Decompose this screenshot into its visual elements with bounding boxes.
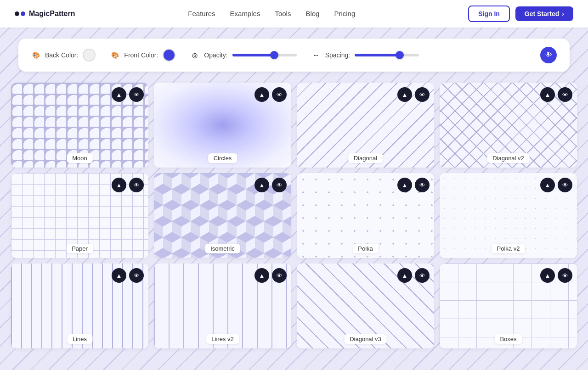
pattern-card-lines-v2[interactable]: ▲👁Lines v2 [154, 263, 291, 348]
eye-icon: 👁 [545, 51, 552, 59]
pattern-label-diagonal: Diagonal [348, 153, 383, 163]
code-icon: ▲ [545, 91, 551, 98]
arrow-icon: › [562, 10, 564, 17]
card-actions-diagonal-v2: ▲👁 [540, 87, 572, 102]
nav-links: Features Examples Tools Blog Pricing [188, 10, 355, 18]
card-actions-boxes: ▲👁 [540, 268, 572, 283]
eye-button[interactable]: 👁 [540, 47, 557, 63]
card-eye-btn-diagonal[interactable]: 👁 [415, 87, 430, 102]
card-code-btn-lines[interactable]: ▲ [112, 268, 126, 283]
pattern-card-paper[interactable]: ▲👁Paper [11, 173, 148, 258]
code-icon: ▲ [402, 91, 408, 98]
pattern-card-circles[interactable]: ▲👁Circles [154, 83, 291, 168]
card-eye-btn-isometric[interactable]: 👁 [272, 178, 287, 192]
back-color-swatch[interactable] [83, 49, 96, 62]
card-actions-lines: ▲👁 [112, 268, 144, 283]
code-icon: ▲ [116, 272, 122, 279]
eye-icon: 👁 [419, 91, 425, 98]
card-actions-moon: ▲👁 [112, 87, 144, 102]
card-actions-polka: ▲👁 [397, 178, 430, 192]
nav-pricing[interactable]: Pricing [334, 10, 355, 17]
pattern-label-polka: Polka [352, 244, 379, 253]
opacity-thumb[interactable] [270, 51, 278, 59]
card-actions-diagonal-v3: ▲👁 [397, 268, 430, 283]
card-eye-btn-polka[interactable]: 👁 [415, 178, 430, 192]
card-actions-lines-v2: ▲👁 [254, 268, 287, 283]
front-color-swatch[interactable] [163, 49, 175, 62]
card-actions-isometric: ▲👁 [254, 178, 287, 192]
pattern-card-lines[interactable]: ▲👁Lines [11, 263, 148, 348]
card-code-btn-diagonal-v3[interactable]: ▲ [397, 268, 412, 283]
nav-tools[interactable]: Tools [275, 10, 291, 17]
card-code-btn-polka-v2[interactable]: ▲ [540, 178, 555, 192]
nav-features[interactable]: Features [188, 10, 215, 17]
pattern-label-paper: Paper [66, 244, 93, 253]
pattern-card-moon[interactable]: ▲👁Moon [11, 83, 148, 168]
card-eye-btn-diagonal-v3[interactable]: 👁 [415, 268, 430, 283]
navbar: MagicPattern Features Examples Tools Blo… [0, 0, 588, 28]
card-eye-btn-diagonal-v2[interactable]: 👁 [558, 87, 572, 102]
card-code-btn-polka[interactable]: ▲ [397, 178, 412, 192]
card-eye-btn-moon[interactable]: 👁 [129, 87, 144, 102]
spacing-label: Spacing: [325, 51, 350, 59]
opacity-label: Opacity: [204, 51, 227, 59]
card-code-btn-circles[interactable]: ▲ [254, 87, 269, 102]
nav-examples[interactable]: Examples [230, 10, 260, 17]
logo[interactable]: MagicPattern [15, 10, 75, 18]
card-code-btn-diagonal[interactable]: ▲ [397, 87, 412, 102]
card-code-btn-lines-v2[interactable]: ▲ [254, 268, 269, 283]
pattern-card-polka-v2[interactable]: ▲👁Polka v2 [440, 173, 577, 258]
pattern-label-moon: Moon [67, 153, 93, 163]
front-color-group: 🎨 Front Color: [110, 49, 175, 62]
card-code-btn-moon[interactable]: ▲ [112, 87, 126, 102]
back-color-group: 🎨 Back Color: [31, 49, 96, 62]
opacity-icon: ◎ [190, 50, 199, 60]
nav-blog[interactable]: Blog [305, 10, 319, 17]
spacing-icon: ↔ [311, 50, 321, 60]
card-actions-paper: ▲👁 [112, 178, 144, 192]
get-started-button[interactable]: Get Started › [515, 6, 573, 21]
eye-icon: 👁 [562, 182, 568, 189]
spacing-slider[interactable] [355, 54, 419, 56]
card-eye-btn-circles[interactable]: 👁 [272, 87, 287, 102]
logo-text: MagicPattern [29, 10, 75, 18]
card-eye-btn-lines-v2[interactable]: 👁 [272, 268, 287, 283]
eye-icon: 👁 [134, 182, 140, 189]
card-eye-btn-polka-v2[interactable]: 👁 [558, 178, 572, 192]
code-icon: ▲ [259, 182, 265, 189]
pattern-grid: ▲👁Moon▲👁Circles▲👁Diagonal▲👁Diagonal v2▲👁… [0, 83, 588, 359]
pattern-label-lines-v2: Lines v2 [206, 334, 239, 344]
pattern-label-diagonal-v3: Diagonal v3 [344, 334, 387, 344]
card-code-btn-diagonal-v2[interactable]: ▲ [540, 87, 555, 102]
spacing-thumb[interactable] [396, 51, 404, 59]
nav-actions: Sign In Get Started › [468, 6, 573, 22]
code-icon: ▲ [259, 91, 265, 98]
code-icon: ▲ [116, 91, 122, 98]
pattern-card-boxes[interactable]: ▲👁Boxes [440, 263, 577, 348]
eye-icon: 👁 [419, 272, 425, 279]
card-code-btn-isometric[interactable]: ▲ [254, 178, 269, 192]
pattern-label-diagonal-v2: Diagonal v2 [487, 153, 530, 163]
pattern-card-diagonal-v2[interactable]: ▲👁Diagonal v2 [440, 83, 577, 168]
card-code-btn-paper[interactable]: ▲ [112, 178, 126, 192]
pattern-card-isometric[interactable]: ▲👁Isometric [154, 173, 291, 258]
pattern-card-polka[interactable]: ▲👁Polka [297, 173, 434, 258]
code-icon: ▲ [402, 272, 408, 279]
eye-icon: 👁 [277, 272, 283, 279]
eye-icon: 👁 [419, 182, 425, 189]
logo-icon [15, 11, 25, 16]
pattern-label-circles: Circles [208, 153, 237, 163]
card-code-btn-boxes[interactable]: ▲ [540, 268, 555, 283]
pattern-label-lines: Lines [67, 334, 92, 344]
card-eye-btn-paper[interactable]: 👁 [129, 178, 144, 192]
pattern-card-diagonal[interactable]: ▲👁Diagonal [297, 83, 434, 168]
opacity-fill [232, 54, 274, 56]
code-icon: ▲ [545, 272, 551, 279]
pattern-label-polka-v2: Polka v2 [492, 244, 526, 253]
signin-button[interactable]: Sign In [468, 6, 510, 22]
card-eye-btn-boxes[interactable]: 👁 [558, 268, 572, 283]
card-eye-btn-lines[interactable]: 👁 [129, 268, 144, 283]
pattern-card-diagonal-v3[interactable]: ▲👁Diagonal v3 [297, 263, 434, 348]
opacity-slider[interactable] [232, 54, 297, 56]
card-actions-polka-v2: ▲👁 [540, 178, 572, 192]
